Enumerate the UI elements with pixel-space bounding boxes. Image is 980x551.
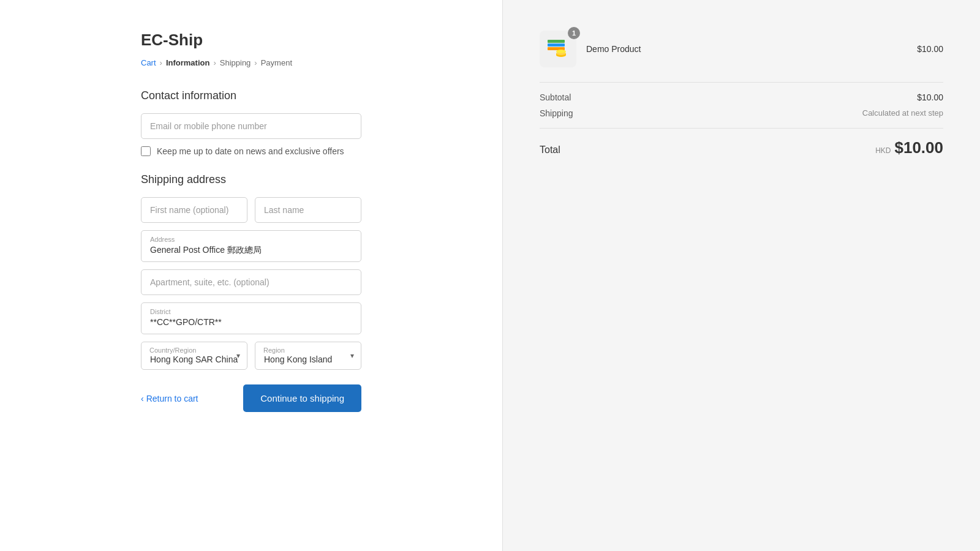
total-currency: HKD [875,146,891,155]
total-label: Total [540,144,560,156]
breadcrumb-sep-3: › [254,58,257,67]
product-price: $10.00 [917,44,943,54]
breadcrumb-payment: Payment [261,58,292,67]
svg-rect-0 [548,40,565,43]
shipping-label: Shipping [540,108,573,118]
district-label: District [150,308,352,315]
first-name-input[interactable] [141,197,247,223]
shipping-value: Calculated at next step [862,108,943,118]
email-field-group [141,113,361,139]
product-icon [543,34,573,64]
shipping-row: Shipping Calculated at next step [540,108,943,118]
email-input[interactable] [141,113,361,139]
return-to-cart-label: Return to cart [146,394,198,403]
region-select[interactable]: Hong Kong Island [255,342,361,370]
chevron-left-icon: ‹ [141,394,144,403]
subtotal-label: Subtotal [540,92,571,102]
address-group: Address [141,230,361,262]
quantity-badge: 1 [568,27,580,39]
breadcrumb-sep-1: › [160,58,162,67]
right-panel: 1 Demo Product $10.00 Subtotal $10.00 Sh… [502,0,980,551]
first-name-group [141,197,247,223]
newsletter-row: Keep me up to date on news and exclusive… [141,146,361,156]
name-row [141,197,361,223]
address-label: Address [150,236,352,243]
country-group: Country/Region Hong Kong SAR China ▾ [141,342,247,370]
breadcrumb-cart[interactable]: Cart [141,58,156,67]
breadcrumb-information: Information [166,58,210,67]
total-price: $10.00 [894,138,943,157]
district-field[interactable]: District [141,302,361,334]
apartment-group [141,269,361,295]
contact-section-title: Contact information [141,89,361,102]
apartment-input[interactable] [141,269,361,295]
brand-title: EC-Ship [141,31,361,50]
breadcrumb-sep-2: › [213,58,216,67]
product-name: Demo Product [586,44,917,54]
order-divider [540,82,943,83]
address-field[interactable]: Address [141,230,361,262]
left-panel: EC-Ship Cart › Information › Shipping › … [0,0,502,551]
product-info: Demo Product [586,44,917,54]
subtotal-row: Subtotal $10.00 [540,92,943,102]
action-row: ‹ Return to cart Continue to shipping [141,384,361,412]
newsletter-label: Keep me up to date on news and exclusive… [157,146,344,156]
shipping-section-title: Shipping address [141,173,361,186]
return-to-cart-link[interactable]: ‹ Return to cart [141,394,198,403]
total-row: Total HKD $10.00 [540,128,943,157]
country-select[interactable]: Hong Kong SAR China [141,342,247,370]
region-group: Region Hong Kong Island ▾ [255,342,361,370]
product-thumbnail: 1 [540,31,576,67]
last-name-group [255,197,361,223]
breadcrumb-shipping: Shipping [220,58,251,67]
subtotal-value: $10.00 [917,92,943,102]
country-region-row: Country/Region Hong Kong SAR China ▾ Reg… [141,342,361,370]
address-input[interactable] [150,246,352,255]
district-group: District [141,302,361,334]
svg-rect-1 [548,43,565,47]
continue-to-shipping-button[interactable]: Continue to shipping [243,384,361,412]
district-input[interactable] [150,317,352,327]
total-price-group: HKD $10.00 [875,138,943,157]
svg-point-6 [556,50,566,53]
order-item: 1 Demo Product $10.00 [540,31,943,67]
newsletter-checkbox[interactable] [141,146,151,156]
last-name-input[interactable] [255,197,361,223]
breadcrumb: Cart › Information › Shipping › Payment [141,58,361,67]
